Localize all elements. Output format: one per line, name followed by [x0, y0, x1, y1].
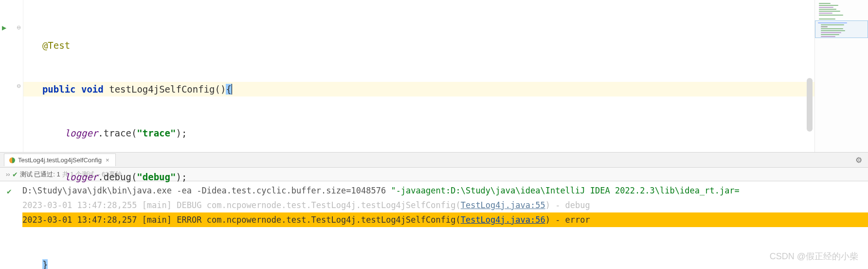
brace-close: } [42, 259, 48, 269]
fold-end-icon[interactable]: ⊖ [17, 83, 21, 89]
keyword-void: void [81, 84, 104, 95]
parens: () [215, 84, 226, 95]
code-content[interactable]: @Test public void testLog4jSelfConfig(){… [23, 0, 814, 152]
check-icon: ✔ [12, 171, 18, 178]
code-editor[interactable]: ▶ ⊖ ⊖ @Test public void testLog4jSelfCon… [0, 0, 868, 152]
string-trace: "trace" [137, 128, 176, 138]
method-name: testLog4jSelfConfig [109, 84, 215, 95]
minimap[interactable] [814, 0, 868, 152]
console-command-line: D:\Study\java\jdk\bin\java.exe -ea -Dide… [22, 183, 868, 198]
run-gutter-icon[interactable]: ▶ [2, 24, 6, 31]
keyword-public: public [42, 84, 76, 95]
source-link[interactable]: TestLog4j.java:55 [461, 200, 545, 210]
call-debug: .debug( [98, 172, 137, 182]
editor-scrollbar[interactable] [807, 78, 813, 132]
console-error-line: 2023-03-01 13:47:28,257 [main] ERROR com… [22, 212, 868, 227]
call-trace: .trace( [98, 128, 137, 138]
editor-gutter: ▶ ⊖ ⊖ [0, 0, 23, 152]
close-trace: ); [176, 128, 187, 138]
test-pass-icon: ✔ [7, 184, 12, 199]
close-debug: ); [176, 172, 187, 182]
run-config-icon [9, 157, 15, 163]
source-link[interactable]: TestLog4j.java:56 [461, 215, 545, 225]
field-logger: logger [65, 128, 98, 138]
gear-icon[interactable]: ⚙ [855, 155, 862, 165]
expand-icon[interactable]: ›› [6, 171, 10, 178]
console-output[interactable]: ✔ D:\Study\java\jdk\bin\java.exe -ea -Di… [0, 181, 868, 227]
annotation: @Test [42, 40, 70, 51]
field-logger: logger [65, 172, 98, 182]
brace-open: { [226, 84, 232, 95]
console-debug-line: 2023-03-01 13:47:28,255 [main] DEBUG com… [22, 198, 868, 212]
fold-icon[interactable]: ⊖ [17, 24, 21, 31]
string-debug: "debug" [137, 172, 176, 182]
